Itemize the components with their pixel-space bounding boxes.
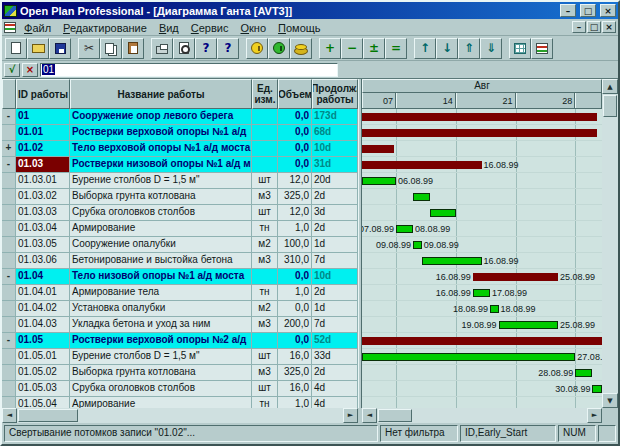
close-button[interactable]: ×	[600, 4, 616, 17]
maximize-button[interactable]: □	[580, 4, 596, 17]
new-button[interactable]	[5, 38, 27, 59]
table-view-button[interactable]	[509, 38, 531, 59]
menu-item[interactable]: Помощь	[272, 21, 327, 35]
copy-button[interactable]	[100, 38, 122, 59]
task-bar[interactable]	[473, 289, 490, 297]
summary-bar[interactable]	[362, 129, 597, 137]
table-row[interactable]: 01.03.05Сооружение опалубким2100,01d	[2, 237, 358, 253]
task-bar[interactable]	[396, 225, 413, 233]
table-row[interactable]: 01.05.04Армированиетн1,04d	[2, 397, 358, 408]
duration-column-header[interactable]: Продолж. работы	[312, 79, 358, 109]
table-row[interactable]: +01.02Тело верховой опоры №1 а/д моста0,…	[2, 141, 358, 157]
gantt-scroll-thumb[interactable]	[378, 409, 412, 422]
cancel-edit-button[interactable]: ×	[22, 63, 38, 77]
resource-analysis-button[interactable]	[268, 38, 290, 59]
task-bar[interactable]	[362, 353, 575, 361]
unit-column-header[interactable]: Ед. изм.	[252, 79, 278, 109]
app-icon[interactable]	[4, 5, 17, 17]
outline-toggle[interactable]: -	[2, 109, 16, 125]
vertical-scrollbar[interactable]: ▲ ▼	[602, 79, 618, 408]
outline-toggle[interactable]: -	[2, 269, 16, 285]
table-row[interactable]: 01.05.03Срубка оголовков столбовшт16,04d	[2, 381, 358, 397]
scroll-up-button[interactable]: ▲	[602, 79, 618, 94]
summary-bar[interactable]	[362, 145, 394, 153]
name-column-header[interactable]: Название работы	[70, 79, 252, 109]
task-bar[interactable]	[490, 305, 499, 313]
rollup-button[interactable]: ±	[363, 38, 385, 59]
task-bar[interactable]	[430, 209, 456, 217]
cost-analysis-button[interactable]	[290, 38, 312, 59]
document-icon[interactable]	[4, 22, 16, 33]
cut-button[interactable]: ✂	[78, 38, 100, 59]
summary-bar[interactable]	[362, 113, 597, 121]
gantt-horizontal-scrollbar[interactable]: ◄ ►	[362, 408, 602, 423]
table-row[interactable]: 01.04.02Установка опалубким20,01d	[2, 301, 358, 317]
gantt-view-button[interactable]	[531, 38, 553, 59]
gantt-scroll-track[interactable]	[377, 408, 587, 423]
gantt-scroll-left-button[interactable]: ◄	[362, 408, 377, 423]
table-row[interactable]: 01.03.03Срубка оголовков столбовшт12,03d	[2, 205, 358, 221]
table-row[interactable]: -01.05Ростверки верховой опоры №2 а/д0,0…	[2, 333, 358, 349]
table-row[interactable]: 01.03.06Бетонирование и выстойка бетонам…	[2, 253, 358, 269]
id-column-header[interactable]: ID работы	[16, 79, 70, 109]
paste-button[interactable]	[122, 38, 144, 59]
vertical-scroll-thumb[interactable]	[603, 95, 617, 117]
minimize-button[interactable]: –	[560, 4, 576, 17]
task-bar[interactable]	[592, 385, 602, 393]
open-button[interactable]	[27, 38, 49, 59]
vertical-scroll-track[interactable]	[602, 94, 618, 393]
table-scroll-left-button[interactable]: ◄	[2, 408, 17, 423]
save-button[interactable]	[49, 38, 71, 59]
table-scroll-right-button[interactable]: ►	[343, 408, 358, 423]
delete-activity-button[interactable]: −	[341, 38, 363, 59]
help-button[interactable]: ?	[195, 38, 217, 59]
summary-bar[interactable]	[473, 273, 558, 281]
table-row[interactable]: 01.04.03Укладка бетона и уход за нимм320…	[2, 317, 358, 333]
menu-item[interactable]: Окно	[234, 21, 272, 35]
task-bar[interactable]	[499, 321, 559, 329]
table-row[interactable]: 01.05.01Бурение столбов D = 1,5 м"шт16,0…	[2, 349, 358, 365]
table-row[interactable]: -01Сооружение опор левого берега0,0173d	[2, 109, 358, 125]
gantt-scroll-right-button[interactable]: ►	[587, 408, 602, 423]
mdi-minimize-button[interactable]: –	[572, 21, 586, 33]
task-bar[interactable]	[575, 369, 592, 377]
table-row[interactable]: 01.01Ростверки верховой опоры №1 а/д0,06…	[2, 125, 358, 141]
edit-input[interactable]: 01	[40, 63, 338, 77]
outline-toggle[interactable]: +	[2, 141, 16, 157]
outline-toggle[interactable]: -	[2, 157, 16, 173]
scroll-down-button[interactable]: ▼	[602, 393, 618, 408]
table-horizontal-scrollbar[interactable]: ◄ ►	[2, 408, 358, 423]
move-down-button[interactable]: ↓	[436, 38, 458, 59]
mdi-restore-button[interactable]: □	[587, 21, 601, 33]
menu-item[interactable]: Сервис	[185, 21, 235, 35]
insert-activity-button[interactable]: +	[319, 38, 341, 59]
table-scroll-thumb[interactable]	[18, 409, 78, 422]
recalculate-button[interactable]: =	[385, 38, 407, 59]
demote-button[interactable]: ⇓	[480, 38, 502, 59]
volume-column-header[interactable]: Объем	[278, 79, 312, 109]
task-bar[interactable]	[413, 241, 422, 249]
outline-toggle[interactable]: -	[2, 333, 16, 349]
move-up-button[interactable]: ↑	[414, 38, 436, 59]
task-bar[interactable]	[413, 193, 430, 201]
table-row[interactable]: 01.03.04Армированиетн1,02d	[2, 221, 358, 237]
menu-item[interactable]: Редактирование	[57, 21, 153, 35]
task-bar[interactable]	[362, 177, 396, 185]
task-bar[interactable]	[422, 257, 482, 265]
table-row[interactable]: 01.04.01Армирование телатн1,02d	[2, 285, 358, 301]
context-help-button[interactable]: ?	[217, 38, 239, 59]
table-scroll-track[interactable]	[17, 408, 343, 423]
table-row[interactable]: 01.03.02Выборка грунта котлованам3325,02…	[2, 189, 358, 205]
mdi-close-button[interactable]: ×	[602, 21, 616, 33]
table-row[interactable]: 01.03.01Бурение столбов D = 1,5 м"шт12,0…	[2, 173, 358, 189]
print-button[interactable]	[151, 38, 173, 59]
print-preview-button[interactable]	[173, 38, 195, 59]
summary-bar[interactable]	[362, 337, 602, 345]
menu-item[interactable]: Файл	[18, 21, 57, 35]
table-row[interactable]: -01.03Ростверки низовой опоры №1 а/д м0,…	[2, 157, 358, 173]
time-analysis-button[interactable]	[246, 38, 268, 59]
table-row[interactable]: 01.05.02Выборка грунта котлованам3325,02…	[2, 365, 358, 381]
accept-edit-button[interactable]: √	[4, 63, 20, 77]
promote-button[interactable]: ⇑	[458, 38, 480, 59]
table-row[interactable]: -01.04Тело низовой опоры №1 а/д моста0,0…	[2, 269, 358, 285]
